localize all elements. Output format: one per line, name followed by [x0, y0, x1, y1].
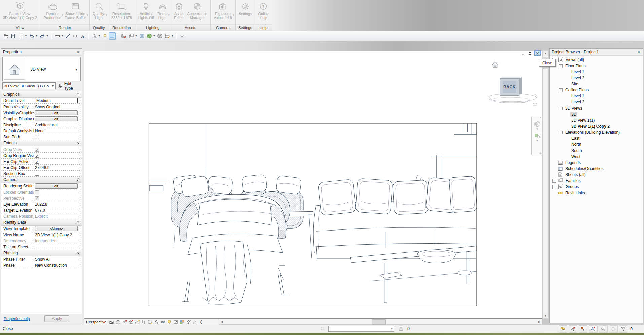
tree-item-label[interactable]: Level 1: [570, 94, 585, 98]
property-value[interactable]: Edit...: [34, 110, 79, 116]
property-value[interactable]: Independent: [34, 238, 79, 244]
detail-level-button[interactable]: [109, 319, 114, 324]
worksharing-display-button[interactable]: [179, 319, 185, 324]
select-pinned-elements-button[interactable]: [579, 325, 587, 333]
tree-item-label[interactable]: Views (all): [565, 57, 585, 62]
shadows-off-button[interactable]: [128, 319, 134, 324]
tree-item-legends[interactable]: Legends: [550, 160, 643, 166]
property-value[interactable]: Show All: [34, 256, 79, 262]
viewcube[interactable]: BACK: [488, 58, 547, 110]
property-value[interactable]: 3D View 1(1) Copy 2: [34, 232, 79, 238]
crop-view-button[interactable]: [141, 319, 146, 324]
close-hidden-windows-button[interactable]: [120, 32, 127, 40]
viewcube-face-label[interactable]: BACK: [503, 81, 516, 93]
tree-item-label[interactable]: North: [570, 142, 582, 147]
customize-quick-access-button[interactable]: [179, 32, 185, 40]
collapse-icon[interactable]: −: [559, 131, 563, 134]
open-button[interactable]: [3, 32, 9, 40]
background-processes-button[interactable]: [609, 325, 618, 333]
vertical-scrollbar[interactable]: ▲ ▼: [542, 50, 549, 319]
expand-icon[interactable]: +: [552, 185, 556, 189]
property-value[interactable]: None: [34, 128, 79, 134]
worksets-icon[interactable]: [320, 326, 326, 331]
tree-item-label[interactable]: Sheets (all): [564, 172, 587, 177]
property-checkbox[interactable]: [35, 190, 39, 194]
text-button[interactable]: A: [79, 32, 86, 40]
navbar-close-icon[interactable]: ✕: [539, 117, 542, 119]
property-value[interactable]: [34, 134, 79, 140]
tree-item-label[interactable]: South: [570, 148, 583, 153]
type-selector[interactable]: 3D View ▼: [2, 57, 81, 81]
ribbon-button-exposure-value[interactable]: ExposureValue: 14.0▼: [212, 1, 234, 20]
collapse-icon[interactable]: −: [559, 107, 563, 110]
measure-button[interactable]: [54, 32, 61, 40]
ribbon-button-asset-editor[interactable]: AssetEditor: [172, 1, 186, 20]
user-interface-button[interactable]: [164, 32, 171, 40]
tree-item-label[interactable]: 3D View 1(1): [570, 118, 596, 123]
temporary-hide-isolate-button[interactable]: [160, 319, 166, 324]
dropdown-arrow-icon[interactable]: ▼: [35, 34, 38, 37]
dropdown-arrow-icon[interactable]: ▼: [46, 34, 49, 37]
scroll-up-icon[interactable]: ▲: [543, 51, 548, 56]
collapse-chevron-icon[interactable]: [77, 93, 80, 96]
reveal-hidden-elements-button[interactable]: [167, 319, 172, 324]
property-checkbox[interactable]: ✓: [35, 148, 39, 152]
section-button[interactable]: [102, 32, 108, 40]
property-value[interactable]: ✓: [34, 159, 79, 164]
render-gallery-button[interactable]: [156, 32, 163, 40]
tree-item-views-all[interactable]: −Views (all): [550, 57, 643, 63]
dropdown-arrow-icon[interactable]: ▼: [171, 34, 174, 37]
save-button[interactable]: [10, 32, 17, 40]
ribbon-button-settings[interactable]: Settings: [237, 1, 254, 16]
property-value[interactable]: 1022.8: [34, 201, 79, 207]
dropdown-arrow-icon[interactable]: ▼: [25, 34, 27, 37]
reveal-constraints-button[interactable]: [192, 319, 198, 324]
show-rendering-dialog-button[interactable]: [135, 319, 140, 324]
tree-item-east[interactable]: East: [550, 135, 643, 141]
ribbon-button-appearance-manager[interactable]: AppearanceManager: [186, 1, 209, 20]
property-value[interactable]: [34, 244, 79, 250]
property-value[interactable]: New Construction: [34, 262, 79, 268]
tree-item-level-1[interactable]: Level 1: [550, 93, 643, 99]
properties-help-link[interactable]: Properties help: [4, 317, 30, 321]
dropdown-arrow-icon[interactable]: ▼: [98, 34, 101, 37]
tree-item-revit-links[interactable]: Revit Links: [550, 190, 643, 196]
ribbon-button-show-hide-frame-buffer[interactable]: Show / HideFrame Buffer▼: [63, 1, 88, 20]
tree-item-schedules-quantities[interactable]: Schedules/Quantities: [550, 166, 643, 172]
property-button[interactable]: <None>: [35, 226, 78, 231]
tree-item-3d-view-1-1[interactable]: 3D View 1(1): [550, 117, 643, 123]
dropdown-arrow-icon[interactable]: ▼: [61, 34, 64, 37]
scale-label[interactable]: Perspective: [86, 320, 106, 324]
section-header-graphics[interactable]: Graphics: [1, 91, 82, 98]
tree-item-ceiling-plans[interactable]: −Ceiling Plans: [550, 87, 643, 93]
ribbon-button-online-help[interactable]: ?OnlineHelp: [257, 1, 271, 20]
property-button[interactable]: Edit...: [35, 116, 78, 121]
tree-item-south[interactable]: South: [550, 148, 643, 154]
close-icon[interactable]: ✕: [636, 50, 641, 54]
collapse-chevron-icon[interactable]: [77, 221, 80, 224]
apply-button[interactable]: Apply: [44, 315, 69, 322]
unlocked-3d-view-button[interactable]: [154, 319, 159, 324]
tree-item-3d[interactable]: 3D: [550, 111, 643, 117]
ribbon-button-artificial-lights[interactable]: ArtificialLights Off: [137, 1, 156, 20]
property-value[interactable]: Architectural: [34, 122, 79, 128]
tree-item-level-1[interactable]: Level 1: [550, 69, 643, 75]
property-value[interactable]: ✓: [34, 153, 79, 158]
ribbon-button-resolution[interactable]: yxResolution:3352 x 1875: [110, 1, 134, 20]
property-value[interactable]: [34, 189, 79, 195]
property-value[interactable]: Explicit: [34, 213, 79, 219]
ribbon-button-current-view[interactable]: Current View:3D View 1(1) Copy 2: [1, 1, 39, 20]
worksets-combobox[interactable]: ▼: [328, 326, 394, 332]
tree-item-3d-views[interactable]: −3D Views: [550, 105, 643, 111]
synchronize-button[interactable]: [17, 32, 24, 40]
design-options-icon[interactable]: [398, 326, 404, 331]
viewcube-front-face[interactable]: BACK: [500, 78, 519, 96]
dropdown-arrow-icon[interactable]: ▼: [135, 34, 138, 37]
temporary-view-properties-button[interactable]: [173, 319, 178, 324]
selection-filter-button[interactable]: [619, 325, 628, 333]
tree-item-site[interactable]: Site: [550, 81, 643, 87]
ribbon-button-quality[interactable]: Quality:High▼: [91, 1, 107, 20]
property-value[interactable]: [34, 171, 79, 176]
tree-item-3d-view-1-1-copy-2[interactable]: 3D View 1(1) Copy 2: [550, 123, 643, 129]
restore-icon[interactable]: [527, 50, 533, 56]
